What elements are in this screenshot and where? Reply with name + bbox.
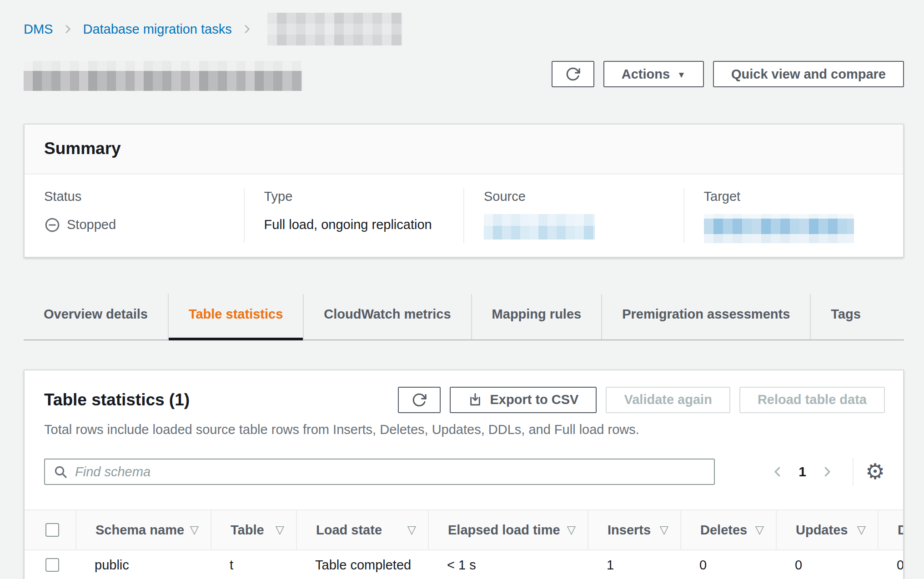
table-statistics-header: Table statistics (1) Export to CSV Valid… — [25, 370, 903, 413]
column-label: Elapsed load time — [448, 522, 560, 538]
table-statistics-panel: Table statistics (1) Export to CSV Valid… — [24, 369, 904, 579]
sort-icon: ▽ — [567, 523, 576, 537]
summary-panel: Summary Status Stopped Type Full load, o… — [24, 124, 904, 258]
tab-tags[interactable]: Tags — [810, 294, 881, 339]
column-header-elapsed-load-time[interactable]: Elapsed load time ▽ — [428, 510, 588, 549]
summary-field-source: Source — [463, 188, 683, 243]
sort-icon: ▽ — [660, 523, 668, 537]
task-detail-tabs: Overview details Table statistics CloudW… — [24, 294, 904, 340]
table-refresh-button[interactable] — [398, 387, 441, 413]
refresh-icon — [412, 392, 427, 408]
summary-field-target: Target — [683, 188, 904, 243]
tab-table-statistics[interactable]: Table statistics — [168, 294, 303, 339]
sort-icon: ▽ — [407, 523, 416, 537]
column-header-load-state[interactable]: Load state ▽ — [296, 510, 428, 549]
actions-button[interactable]: Actions ▼ — [603, 61, 704, 87]
status-value-text: Stopped — [67, 216, 116, 233]
summary-title: Summary — [25, 125, 903, 175]
quick-view-compare-button[interactable]: Quick view and compare — [713, 61, 904, 87]
status-label: Status — [44, 188, 230, 205]
target-label: Target — [704, 188, 890, 205]
column-header-ddls[interactable]: DDLs ▽ — [878, 510, 904, 549]
preferences-button[interactable]: ⚙ — [865, 461, 885, 483]
validate-again-label: Validate again — [624, 392, 712, 407]
sort-icon: ▽ — [755, 523, 764, 537]
pagination: 1 ⚙ — [768, 458, 885, 486]
table-row: public t Table completed < 1 s 1 0 0 0 — [25, 550, 904, 579]
refresh-button[interactable] — [552, 61, 594, 87]
tab-mapping-rules[interactable]: Mapping rules — [471, 294, 602, 339]
cell-ddls: 0 — [878, 557, 904, 573]
column-label: DDLs — [898, 522, 904, 538]
export-csv-label: Export to CSV — [490, 392, 578, 407]
sort-icon: ▽ — [276, 523, 284, 537]
column-label: Inserts — [608, 522, 651, 538]
chevron-left-icon — [771, 465, 784, 479]
reload-table-data-label: Reload table data — [758, 392, 867, 407]
table-statistics-description: Total rows include loaded source table r… — [25, 413, 903, 438]
breadcrumb-link-dms[interactable]: DMS — [24, 21, 53, 37]
cell-elapsed-load-time: < 1 s — [428, 557, 588, 573]
download-icon — [468, 393, 482, 407]
chevron-right-icon — [820, 465, 834, 479]
table-header-row: Schema name ▽ Table ▽ Load state ▽ Elaps… — [25, 510, 904, 550]
column-label: Load state — [316, 522, 382, 538]
select-all-checkbox[interactable] — [45, 523, 59, 537]
cell-schema-name: public — [75, 557, 211, 573]
redacted-source-value — [484, 214, 595, 240]
column-header-deletes[interactable]: Deletes ▽ — [680, 510, 776, 549]
summary-field-type: Type Full load, ongoing replication — [244, 188, 464, 243]
type-label: Type — [264, 188, 450, 205]
tab-cloudwatch-metrics[interactable]: CloudWatch metrics — [303, 294, 471, 339]
column-label: Schema name — [95, 522, 184, 538]
schema-search — [44, 459, 715, 485]
reload-table-data-button[interactable]: Reload table data — [739, 387, 885, 413]
column-header-schema-name[interactable]: Schema name ▽ — [75, 510, 211, 549]
actions-button-label: Actions — [622, 67, 670, 82]
table-statistics-title: Table statistics (1) — [44, 389, 190, 410]
prev-page-button[interactable] — [768, 462, 788, 482]
sort-icon: ▽ — [190, 523, 199, 537]
row-checkbox[interactable] — [45, 558, 59, 572]
table-controls: 1 ⚙ — [25, 438, 903, 486]
target-value — [704, 214, 890, 243]
cell-inserts: 1 — [588, 557, 680, 573]
page-header: Actions ▼ Quick view and compare — [24, 61, 904, 91]
breadcrumb-link-database-migration-tasks[interactable]: Database migration tasks — [83, 21, 231, 37]
column-header-inserts[interactable]: Inserts ▽ — [588, 510, 680, 549]
chevron-right-icon — [241, 23, 253, 35]
quick-view-compare-label: Quick view and compare — [731, 67, 886, 82]
schema-search-input[interactable] — [44, 459, 715, 485]
column-header-table[interactable]: Table ▽ — [211, 510, 296, 549]
stats-table: Schema name ▽ Table ▽ Load state ▽ Elaps… — [25, 509, 904, 579]
select-all-cell — [25, 510, 75, 549]
column-label: Table — [231, 522, 264, 538]
column-header-updates[interactable]: Updates ▽ — [776, 510, 878, 549]
cell-updates: 0 — [776, 557, 878, 573]
summary-field-status: Status Stopped — [25, 188, 244, 243]
column-label: Updates — [796, 522, 848, 538]
current-page[interactable]: 1 — [798, 463, 806, 480]
cell-load-state: Table completed — [296, 557, 428, 573]
tab-premigration-assessments[interactable]: Premigration assessments — [601, 294, 810, 339]
breadcrumb: DMS Database migration tasks — [24, 19, 904, 39]
source-label: Source — [484, 188, 670, 205]
export-csv-button[interactable]: Export to CSV — [450, 387, 597, 413]
redacted-breadcrumb-task-name — [267, 13, 402, 45]
row-select-cell — [25, 558, 75, 572]
table-statistics-buttons: Export to CSV Validate again Reload tabl… — [398, 387, 885, 413]
cell-table: t — [211, 557, 296, 573]
source-value — [484, 214, 670, 240]
cell-deletes: 0 — [680, 557, 776, 573]
sort-icon: ▽ — [857, 523, 866, 537]
stopped-icon — [44, 217, 60, 233]
next-page-button[interactable] — [817, 462, 837, 482]
dms-task-page: DMS Database migration tasks Actions ▼ Q… — [0, 0, 924, 579]
redacted-page-title — [24, 61, 302, 91]
search-icon — [53, 464, 68, 479]
refresh-icon — [565, 66, 581, 82]
gear-icon: ⚙ — [865, 459, 885, 484]
validate-again-button[interactable]: Validate again — [606, 387, 730, 413]
chevron-right-icon — [62, 23, 74, 35]
tab-overview-details[interactable]: Overview details — [24, 294, 168, 339]
